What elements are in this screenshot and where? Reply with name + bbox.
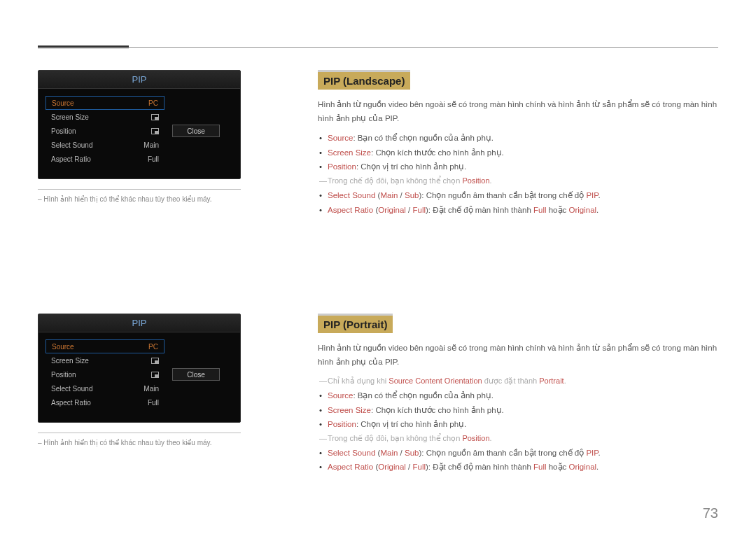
term: Select Sound [328,191,375,199]
text: : Bạn có thể chọn nguồn của ảnh phụ. [353,134,493,142]
close-button[interactable]: Close [172,368,220,381]
pip-right-panel: Close [164,339,227,409]
pip-row-screen-size[interactable]: Screen Size [46,110,164,124]
bullet-list: Source: Bạn có thể chọn nguồn của ảnh ph… [318,131,718,174]
val: Full [533,206,547,214]
opt: Sub [405,449,419,457]
text: : Chọn vị trí cho hình ảnh phụ. [356,162,466,171]
pip-row-position[interactable]: Position [46,367,164,381]
term: Aspect Ratio [328,206,373,214]
pip-window-landscape: PIP Source PC Screen Size Position Selec… [38,70,241,179]
text: . [596,206,598,214]
text: hoặc [547,206,569,214]
image-note: – Hình ảnh hiển thị có thể khác nhau tùy… [38,439,291,447]
text: . [596,463,598,471]
pip-value: Full [148,399,159,407]
pip-position-icon [151,128,159,134]
opt: Full [412,206,426,214]
text: : Chọn nguồn âm thanh cần bật trong chế … [421,449,586,457]
pip-row-aspect-ratio[interactable]: Aspect Ratio Full [46,395,164,409]
bullet-source: Source: Bạn có thể chọn nguồn của ảnh ph… [328,388,718,403]
bullet-select-sound: Select Sound (Main / Sub): Chọn nguồn âm… [328,446,718,461]
pip-window-portrait: PIP Source PC Screen Size Position Selec… [38,314,241,423]
pip-row-select-sound[interactable]: Select Sound Main [46,381,164,395]
image-note-text: Hình ảnh hiển thị có thể khác nhau tùy t… [43,439,211,447]
section-heading-portrait: PIP (Portrait) [318,314,393,333]
term: Source Content Orientation [388,377,482,385]
pip-row-aspect-ratio[interactable]: Aspect Ratio Full [46,152,164,166]
header-rule [38,47,718,48]
image-note-text: Hình ảnh hiển thị có thể khác nhau tùy t… [43,195,211,203]
text: : Chọn nguồn âm thanh cần bật trong chế … [421,191,586,199]
bullet-screen: Screen Size: Chọn kích thước cho hình ản… [328,403,718,418]
sub-note-availability: Chỉ khả dụng khi Source Content Orientat… [318,374,718,388]
text: : Đặt chế độ màn hình thành [428,206,533,214]
term: Screen Size [328,406,371,414]
text: . [598,191,600,199]
intro-text: Hình ảnh từ nguồn video bên ngoài sẽ có … [318,98,718,125]
bullet-aspect: Aspect Ratio (Original / Full): Đặt chế … [328,203,718,218]
pip-position-icon [151,372,159,378]
pip-row-select-sound[interactable]: Select Sound Main [46,138,164,152]
image-note: – Hình ảnh hiển thị có thể khác nhau tùy… [38,195,291,203]
text: được đặt thành [482,377,540,385]
term: Aspect Ratio [328,463,373,471]
sub-note-double: Trong chế độ đôi, bạn không thể chọn Pos… [318,174,718,188]
term: Source [328,391,353,400]
pip-label: Screen Size [51,357,89,365]
val: Original [568,463,596,471]
pip-window-body: Source PC Screen Size Position Select So… [38,89,240,173]
pip-label: Position [51,371,76,379]
opt: Main [380,191,398,199]
pip-right-panel: Close [164,96,227,166]
text: . [490,176,492,185]
pip-row-source[interactable]: Source PC [46,339,164,353]
close-button[interactable]: Close [172,125,220,137]
pip-row-position[interactable]: Position [46,124,164,138]
text: Trong chế độ đôi, bạn không thể chọn [328,176,462,185]
term: PIP [586,191,598,199]
term: Position [328,420,356,428]
bullet-source: Source: Bạn có thể chọn nguồn của ảnh ph… [328,131,718,146]
opt: Original [378,463,406,471]
sub-note-double: Trong chế độ đôi, bạn không thể chọn Pos… [318,432,718,446]
bullet-position: Position: Chọn vị trí cho hình ảnh phụ. [328,160,718,174]
pip-size-icon [151,114,159,120]
divider [38,189,241,190]
opt: Main [380,449,398,457]
term: Position [462,434,489,442]
term: Position [328,162,356,171]
pip-value: Main [144,385,159,393]
text: : Bạn có thể chọn nguồn của ảnh phụ. [353,391,493,400]
pip-value: PC [148,343,158,351]
bullet-aspect: Aspect Ratio (Original / Full): Đặt chế … [328,460,718,475]
right-column-portrait: PIP (Portrait) Hình ảnh từ nguồn video b… [318,314,718,475]
text: . [598,449,600,457]
text: hoặc [547,463,569,471]
pip-label: Aspect Ratio [51,399,91,407]
opt: Original [378,206,406,214]
pip-menu-list: Source PC Screen Size Position Select So… [46,339,164,409]
bullet-position: Position: Chọn vị trí cho hình ảnh phụ. [328,417,718,432]
text: : Chọn kích thước cho hình ảnh phụ. [371,406,504,414]
pip-window-title: PIP [38,71,240,89]
text: Trong chế độ đôi, bạn không thể chọn [328,434,462,442]
bullet-list-2: Select Sound (Main / Sub): Chọn nguồn âm… [318,446,718,475]
page-number: 73 [703,505,718,521]
val: Portrait [539,377,564,385]
pip-label: Source [52,99,74,107]
term: Position [462,176,489,185]
pip-size-icon [151,358,159,364]
pip-window-title: PIP [38,314,240,332]
pip-label: Position [51,127,76,135]
bullet-select-sound: Select Sound (Main / Sub): Chọn nguồn âm… [328,188,718,203]
pip-row-screen-size[interactable]: Screen Size [46,353,164,367]
term: Select Sound [328,449,375,457]
pip-footer [38,416,240,422]
section-heading-landscape: PIP (Landscape) [318,70,410,90]
term: Source [328,134,353,142]
pip-label: Select Sound [51,385,93,393]
text: . [490,434,492,442]
pip-row-source[interactable]: Source PC [46,96,164,110]
val: Original [568,206,596,214]
